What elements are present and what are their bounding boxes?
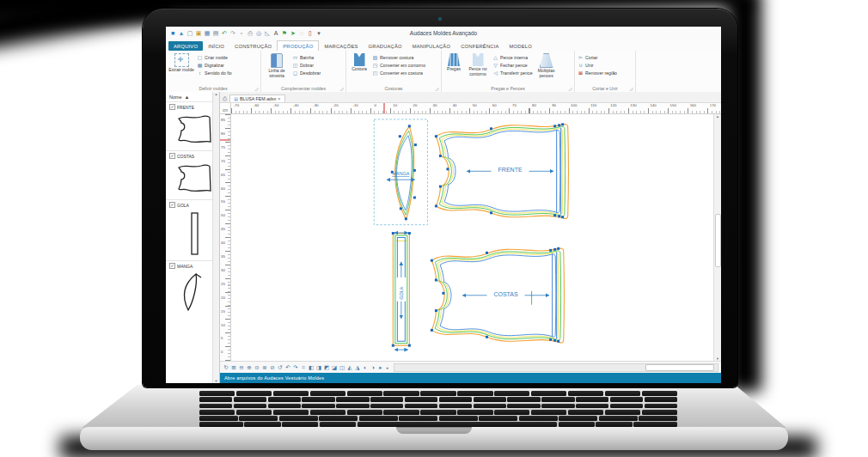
expand-icon[interactable]: ▸ xyxy=(377,364,384,370)
converter-em-costura-button[interactable]: ◰ Converter em costura xyxy=(372,70,425,76)
refresh-view-icon[interactable]: ↻ xyxy=(223,364,229,370)
pregas-button[interactable]: Pregas xyxy=(444,52,463,72)
zoom-scale-icon[interactable]: ⊘ xyxy=(269,364,276,370)
new-file-icon[interactable]: ▢ xyxy=(186,30,193,36)
tab-graduacao[interactable]: GRADUAÇÃO xyxy=(364,41,407,51)
gola-checkbox[interactable]: ✓ xyxy=(169,202,175,208)
dialog-launcher-icon[interactable]: ◿ xyxy=(255,87,258,91)
link-tool-icon[interactable]: ◌ xyxy=(298,30,305,36)
show-contours-icon[interactable]: ◨ xyxy=(315,364,322,370)
toggle-fill-icon[interactable]: ◐ xyxy=(362,364,369,370)
piece-frente[interactable]: FRENTE xyxy=(435,123,569,218)
scroll-left-icon[interactable]: ◂ xyxy=(386,365,388,370)
dialog-launcher-icon[interactable]: ◿ xyxy=(340,87,343,91)
pan-icon[interactable]: ↺ xyxy=(277,364,284,370)
sort-arrow-icon[interactable]: ▲ xyxy=(185,94,189,100)
ruler-tool-icon[interactable]: ◺ xyxy=(264,30,271,36)
desdobrar-button[interactable]: ◻ Desdobrar xyxy=(292,70,321,76)
tab-construcao[interactable]: CONSTRUÇÃO xyxy=(229,41,277,51)
save-icon[interactable]: ▦ xyxy=(204,30,211,36)
tab-inicio[interactable]: INÍCIO xyxy=(203,41,229,51)
fechar-pence-button[interactable]: ▽ Fechar pence xyxy=(492,62,533,68)
flag-tool-icon[interactable]: ⚑ xyxy=(281,30,288,36)
show-layers-icon[interactable]: ◫ xyxy=(339,364,345,370)
scroll-thumb[interactable] xyxy=(715,214,721,267)
tab-marcacoes[interactable]: MARCAÇÕES xyxy=(319,41,363,51)
transferir-pence-button[interactable]: ◁ Transferir pence xyxy=(492,70,533,76)
piece-gola[interactable]: GOLA xyxy=(392,232,411,350)
close-tab-icon[interactable]: × xyxy=(278,96,280,101)
criar-molde-button[interactable]: ▢ Criar molde xyxy=(197,54,232,60)
tab-arquivo[interactable]: ARQUIVO xyxy=(168,41,203,51)
zoom-extents-icon[interactable]: ⊙ xyxy=(254,364,260,370)
converter-em-contorno-button[interactable]: ◳ Converter em contorno xyxy=(372,62,425,68)
list-item-gola[interactable]: ✓ GOLA xyxy=(166,200,219,261)
grid-icon[interactable]: ⌗ xyxy=(300,364,307,370)
scroll-up-icon[interactable]: ▲ xyxy=(215,92,218,96)
pence-no-contorno-button[interactable]: Pence no contorno xyxy=(466,52,490,77)
tab-conferencia[interactable]: CONFERÊNCIA xyxy=(455,41,504,51)
import-icon[interactable]: ▤ xyxy=(212,30,219,36)
remover-regiao-button[interactable]: ⊠ Remover região xyxy=(578,70,617,76)
tab-producao[interactable]: PRODUÇÃO xyxy=(277,40,319,51)
view-redo-icon[interactable]: ↷ xyxy=(292,364,299,370)
show-grading-icon[interactable]: ◪ xyxy=(331,364,338,370)
print-icon[interactable]: ⎙ xyxy=(247,30,254,36)
canvas-vertical-scrollbar[interactable]: ▲ ▼ xyxy=(713,114,721,361)
scroll-down-icon[interactable]: ▼ xyxy=(215,379,218,383)
zoom-tools-icon[interactable]: ◎ xyxy=(255,30,262,36)
app-logo-icon[interactable]: ■ xyxy=(169,30,176,36)
cortar-button[interactable]: ✂ Cortar xyxy=(578,54,617,60)
print-icon[interactable]: ⎙ xyxy=(220,95,229,102)
panel-scrollbar[interactable]: ▲ ▼ xyxy=(212,92,219,383)
sentido-do-fio-button[interactable]: ↕ Sentido do fio xyxy=(197,70,232,76)
manga-checkbox[interactable]: ✓ xyxy=(169,263,175,269)
sort-column-name[interactable]: Nome xyxy=(169,94,182,100)
text-tool-icon[interactable]: A xyxy=(272,30,279,36)
toggle-preview-icon[interactable]: ◑ xyxy=(370,364,376,370)
measure-b-icon[interactable]: ◮ xyxy=(354,364,361,370)
dialog-launcher-icon[interactable]: ◿ xyxy=(436,87,438,91)
tab-manipulacao[interactable]: MANIPULAÇÃO xyxy=(407,41,455,51)
unir-button[interactable]: ∪ Unir xyxy=(578,62,617,68)
frente-checkbox[interactable]: ✓ xyxy=(169,104,175,110)
linha-de-simetria-button[interactable]: Linha de simetria xyxy=(264,52,290,79)
selection-frame-icon[interactable]: ▫ xyxy=(238,30,245,36)
show-notches-icon[interactable]: ◩ xyxy=(323,364,330,370)
view-undo-icon[interactable]: ↶ xyxy=(284,364,291,370)
canvas-horizontal-scrollbar[interactable] xyxy=(394,363,718,372)
undo-icon[interactable]: ↶ xyxy=(221,30,228,36)
pattern-canvas[interactable]: MANGA FRENTE xyxy=(231,114,713,361)
list-item-frente[interactable]: ✓ FRENTE xyxy=(166,102,219,151)
dialog-launcher-icon[interactable]: ◿ xyxy=(569,87,572,91)
open-file-icon[interactable]: ▣ xyxy=(195,30,202,36)
document-tab[interactable]: ▤ BLUSA FEM.adsx × xyxy=(229,94,284,102)
more-commands-icon[interactable]: ▾ xyxy=(315,30,322,36)
pence-interna-button[interactable]: △ Pence interna xyxy=(492,54,533,60)
zoom-out-icon[interactable]: ⊖ xyxy=(238,364,245,370)
costas-checkbox[interactable]: ✓ xyxy=(169,153,175,159)
pieces-panel-header[interactable]: Nome ▲ xyxy=(166,92,219,102)
multiplas-pences-button[interactable]: Múltiplas pences xyxy=(535,52,558,79)
piece-manga[interactable]: MANGA xyxy=(374,119,427,225)
show-seams-icon[interactable]: ◧ xyxy=(308,364,315,370)
dobrar-button[interactable]: ◫ Dobrar xyxy=(292,62,321,68)
send-tool-icon[interactable]: ➤ xyxy=(290,30,296,36)
redo-icon[interactable]: ↷ xyxy=(229,30,236,36)
select-cursor-icon[interactable]: ▲ xyxy=(178,30,185,36)
zoom-window-icon[interactable]: ⊞ xyxy=(230,364,237,370)
scroll-up-icon[interactable]: ▲ xyxy=(716,114,719,119)
costura-button[interactable]: Costura xyxy=(349,52,370,72)
zoom-selection-icon[interactable]: ⊚ xyxy=(261,364,268,370)
dialog-launcher-icon[interactable]: ◿ xyxy=(630,87,633,91)
digitalizar-button[interactable]: ▦ Digitalizar xyxy=(197,62,232,68)
delete-tool-icon[interactable]: ▯ xyxy=(307,30,314,36)
extrair-molde-button[interactable]: Extrair molde xyxy=(168,52,194,73)
measure-a-icon[interactable]: ◭ xyxy=(346,364,353,370)
zoom-in-icon[interactable]: ⊕ xyxy=(246,364,253,370)
piece-costas[interactable]: COSTAS xyxy=(431,247,565,343)
scroll-thumb[interactable] xyxy=(645,364,714,371)
list-item-manga[interactable]: ✓ MANGA xyxy=(166,261,219,318)
remover-costura-button[interactable]: ▧ Remover costura xyxy=(372,54,425,60)
bainha-button[interactable]: ▭ Bainha xyxy=(292,54,321,60)
